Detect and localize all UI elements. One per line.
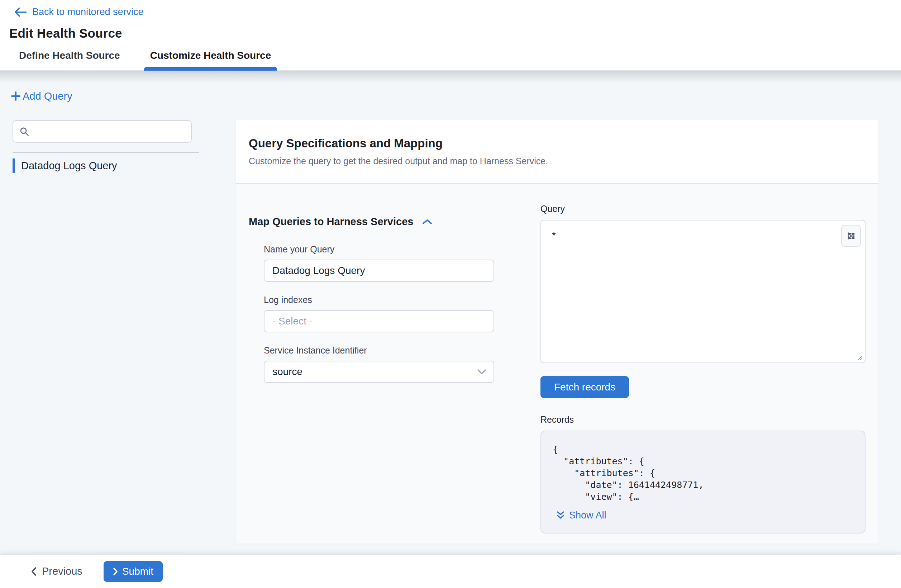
service-instance-identifier-value: source bbox=[272, 366, 302, 377]
double-chevron-down-icon bbox=[556, 510, 565, 521]
show-all-label: Show All bbox=[569, 510, 606, 521]
records-code: { "attributes": { "attributes": { "date"… bbox=[553, 443, 853, 503]
plus-icon bbox=[10, 91, 21, 101]
query-sidebar: Datadog Logs Query bbox=[12, 120, 199, 173]
query-editor: * bbox=[541, 220, 865, 363]
chevron-down-icon bbox=[477, 369, 486, 375]
log-indexes-select[interactable] bbox=[264, 310, 494, 332]
back-link-label: Back to monitored service bbox=[32, 6, 144, 17]
fetch-records-button[interactable]: Fetch records bbox=[541, 376, 629, 398]
service-instance-identifier-select[interactable]: source bbox=[264, 361, 494, 383]
submit-label: Submit bbox=[122, 566, 153, 577]
tab-customize-health-source[interactable]: Customize Health Source bbox=[150, 50, 271, 61]
previous-label: Previous bbox=[42, 565, 83, 577]
content-area: Add Query Datadog Logs Query Query Speci… bbox=[0, 71, 901, 579]
tab-define-health-source[interactable]: Define Health Source bbox=[19, 50, 120, 61]
records-box: { "attributes": { "attributes": { "date"… bbox=[541, 430, 865, 533]
sidebar-item-datadog-logs-query[interactable]: Datadog Logs Query bbox=[12, 159, 199, 173]
footer-bar: Previous Submit bbox=[0, 555, 901, 588]
records-label: Records bbox=[541, 415, 865, 425]
query-column: Query * bbox=[541, 184, 865, 533]
tab-bar: Define Health Source Customize Health So… bbox=[0, 50, 901, 71]
sidebar-divider bbox=[12, 152, 199, 153]
show-all-link[interactable]: Show All bbox=[556, 510, 606, 521]
panel-body: Map Queries to Harness Services Name you… bbox=[236, 184, 878, 533]
map-queries-section-toggle[interactable]: Map Queries to Harness Services bbox=[249, 216, 433, 228]
expand-icon bbox=[846, 231, 856, 241]
search-input[interactable] bbox=[34, 125, 185, 137]
map-queries-section-title: Map Queries to Harness Services bbox=[249, 216, 413, 228]
chevron-right-icon bbox=[113, 567, 118, 576]
chevron-left-icon bbox=[31, 567, 37, 576]
panel-header: Query Specifications and Mapping Customi… bbox=[236, 120, 878, 184]
chevron-up-icon bbox=[422, 218, 433, 226]
service-instance-identifier-label: Service Instance Identifier bbox=[264, 345, 494, 356]
sidebar-item-label: Datadog Logs Query bbox=[21, 160, 117, 172]
query-search bbox=[12, 120, 192, 143]
search-icon bbox=[19, 126, 30, 137]
back-link[interactable]: Back to monitored service bbox=[14, 6, 144, 17]
query-label: Query bbox=[541, 204, 865, 214]
mapping-column: Map Queries to Harness Services Name you… bbox=[249, 184, 533, 533]
expand-button[interactable] bbox=[841, 225, 861, 247]
resize-handle[interactable] bbox=[856, 354, 864, 361]
query-spec-panel: Query Specifications and Mapping Customi… bbox=[236, 120, 878, 544]
add-query-label: Add Query bbox=[23, 90, 72, 102]
query-textarea[interactable]: * bbox=[541, 220, 865, 363]
page-header: Back to monitored service Edit Health So… bbox=[0, 0, 901, 41]
back-arrow-icon bbox=[14, 8, 26, 17]
previous-button[interactable]: Previous bbox=[31, 565, 83, 577]
selected-indicator bbox=[12, 159, 15, 173]
panel-title: Query Specifications and Mapping bbox=[249, 137, 865, 150]
name-query-label: Name your Query bbox=[264, 244, 494, 254]
submit-button[interactable]: Submit bbox=[104, 561, 163, 582]
query-form: Name your Query Log indexes Service Inst… bbox=[264, 244, 494, 383]
add-query-button[interactable]: Add Query bbox=[10, 90, 72, 102]
panel-subtitle: Customize the query to get the desired o… bbox=[249, 156, 865, 166]
log-indexes-label: Log indexes bbox=[264, 295, 494, 305]
page-title: Edit Health Source bbox=[9, 26, 901, 41]
query-name-input[interactable] bbox=[264, 260, 494, 282]
